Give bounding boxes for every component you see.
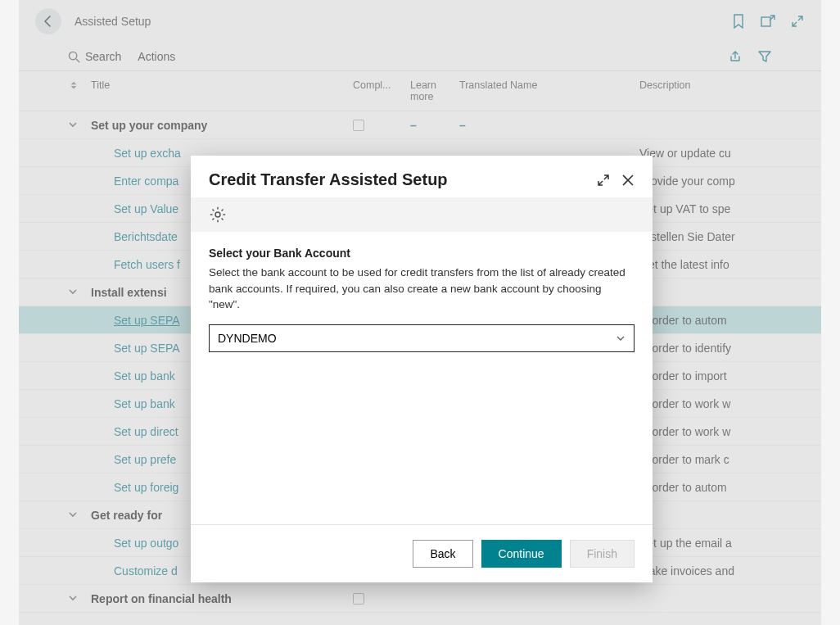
setup-link[interactable]: Set up prefe [114, 453, 176, 466]
svg-point-1 [69, 52, 76, 59]
gear-icon [209, 206, 227, 224]
back-button[interactable] [35, 8, 61, 34]
group-label: Report on financial health [91, 592, 232, 605]
setup-link[interactable]: Set up outgo [114, 537, 178, 550]
row-description: Get the latest info [639, 258, 729, 271]
setup-link[interactable]: Set up Value [114, 202, 178, 215]
chevron-down-icon [68, 510, 84, 519]
group-label: Install extensi [91, 286, 167, 299]
col-completed[interactable]: Compl... [353, 79, 410, 102]
setup-link[interactable]: Set up SEPA [114, 314, 180, 327]
section-description: Select the bank account to be used for c… [209, 265, 635, 313]
setup-link[interactable]: Enter compa [114, 174, 178, 188]
popout-icon[interactable] [761, 14, 775, 29]
expand-icon[interactable] [790, 14, 805, 29]
row-description: In order to mark c [639, 453, 729, 466]
select-value: DYNDEMO [218, 332, 277, 345]
row-description: Make invoices and [639, 564, 734, 577]
group-label: Get ready for [91, 509, 162, 522]
section-heading: Select your Bank Account [209, 247, 635, 260]
actions-menu[interactable]: Actions [138, 50, 175, 63]
setup-link[interactable]: Set up foreig [114, 481, 178, 494]
setup-link[interactable]: Fetch users f [114, 258, 180, 271]
bookmark-icon[interactable] [731, 14, 746, 29]
search-label: Search [85, 50, 121, 63]
row-description: In order to work w [639, 397, 730, 410]
col-translated[interactable]: Translated Name [459, 79, 639, 102]
row-description: Provide your comp [639, 174, 735, 188]
continue-button[interactable]: Continue [481, 540, 562, 568]
learn-more-link[interactable]: – [410, 119, 417, 132]
page-header: Assisted Setup [19, 0, 821, 43]
table-header: Title Compl... Learn more Translated Nam… [19, 71, 821, 111]
setup-link[interactable]: Set up SEPA [114, 342, 180, 355]
col-learn-more[interactable]: Learn more [410, 79, 459, 102]
group-row[interactable]: Report on financial health [19, 585, 821, 613]
dialog-title: Credit Transfer Assisted Setup [209, 170, 448, 189]
search-icon [68, 51, 80, 63]
row-description: Set up VAT to spe [639, 202, 730, 215]
row-description: Erstellen Sie Dater [639, 230, 735, 243]
svg-point-2 [215, 212, 220, 217]
dialog-close-icon[interactable] [621, 174, 635, 187]
row-description: In order to work w [639, 425, 730, 438]
setup-link[interactable]: Set up bank [114, 369, 175, 383]
back-button[interactable]: Back [413, 540, 472, 568]
setup-link[interactable]: Set up excha [114, 147, 181, 160]
dialog-expand-icon[interactable] [597, 174, 610, 187]
row-description: View or update cu [639, 147, 731, 160]
bank-account-select[interactable]: DYNDEMO [209, 324, 635, 352]
toolbar: Search Actions [19, 43, 821, 71]
chevron-down-icon [68, 120, 84, 129]
col-description[interactable]: Description [639, 79, 821, 102]
col-title[interactable]: Title [91, 79, 353, 102]
group-row[interactable]: Set up your company–– [19, 111, 821, 139]
finish-button: Finish [570, 540, 635, 568]
row-description: In order to identify [639, 342, 731, 355]
wizard-dialog: Credit Transfer Assisted Setup Select yo… [191, 156, 653, 582]
filter-icon[interactable] [757, 49, 772, 64]
completed-checkbox[interactable] [353, 120, 364, 131]
search-button[interactable]: Search [68, 50, 121, 63]
group-label: Set up your company [91, 119, 207, 132]
chevron-down-icon [616, 333, 625, 343]
chevron-down-icon [68, 593, 84, 603]
sort-icon[interactable] [68, 79, 79, 91]
setup-link[interactable]: Set up bank [114, 397, 175, 410]
setup-link[interactable]: Set up direct [114, 425, 178, 438]
row-description: Set up the email a [639, 537, 732, 550]
page-title: Assisted Setup [75, 15, 151, 28]
chevron-down-icon [68, 287, 84, 297]
translated-link[interactable]: – [459, 119, 466, 132]
arrow-left-icon [42, 15, 55, 28]
share-icon[interactable] [728, 49, 743, 64]
svg-rect-0 [761, 17, 770, 26]
setup-link[interactable]: Customize d [114, 564, 178, 577]
setup-link[interactable]: Berichtsdate [114, 230, 178, 243]
completed-checkbox[interactable] [353, 593, 364, 605]
